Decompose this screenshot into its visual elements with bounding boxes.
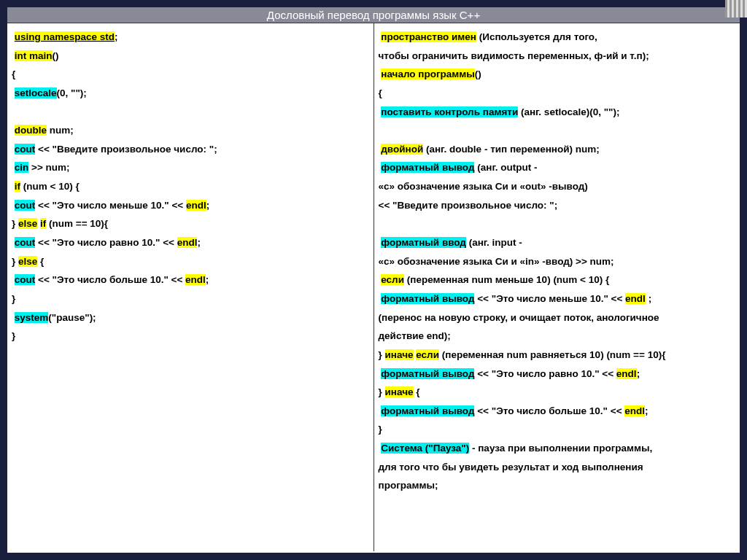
translation-line: чтобы ограничить видимость переменных, ф… (379, 47, 736, 66)
code-fragment: (анг. setlocale)(0, ""); (518, 106, 619, 117)
code-fragment: >> num; (28, 162, 69, 173)
translation-line: действие end); (379, 327, 736, 346)
translation-line: } иначе если (переменная num равняеться … (379, 346, 736, 365)
translation-line: пространство имен (Используется для того… (379, 28, 736, 47)
code-fragment: - пауза при выполнении программы, (469, 443, 652, 454)
code-fragment: endl (625, 293, 646, 304)
translation-line: (перенос на новую строку, и очищает пото… (379, 308, 736, 327)
code-line: { (12, 65, 369, 84)
code-fragment: if (15, 181, 20, 192)
code-fragment: (переменная num меньше 10) (num < 10) { (404, 274, 609, 285)
translation-line: программы; (379, 476, 736, 495)
code-line: if (num < 10) { (12, 177, 369, 196)
code-fragment: cout (15, 200, 36, 211)
code-fragment: cout (15, 144, 36, 155)
code-fragment: () (475, 69, 481, 79)
code-fragment: двойной (381, 144, 423, 155)
code-fragment: ; (206, 200, 210, 211)
code-fragment: форматный вывод (381, 162, 474, 173)
translation-line: форматный вывод << "Это число больше 10.… (379, 402, 736, 421)
code-fragment: (анг. double - тип переменной) num; (423, 144, 600, 155)
code-fragment: { (414, 386, 420, 397)
code-fragment: ; (637, 368, 640, 379)
code-line: using namespace std; (12, 28, 369, 47)
translation-line: } иначе { (379, 383, 736, 402)
code-fragment: ; (645, 405, 649, 416)
code-fragment: «с» обозначение языка Си и «in» -ввод) >… (379, 256, 614, 267)
code-line: cout << "Введите произвольное число: "; (12, 140, 369, 159)
code-fragment: cout (15, 237, 36, 248)
code-fragment: << "Введите произвольное число: "; (379, 200, 558, 211)
code-fragment: () (53, 50, 59, 61)
code-fragment: (анг. input - (466, 237, 522, 248)
code-fragment (379, 218, 382, 229)
translation-line: двойной (анг. double - тип переменной) n… (379, 140, 736, 159)
translation-line: форматный ввод (анг. input - (379, 233, 736, 252)
code-fragment: (num < 10) { (20, 181, 80, 192)
code-fragment: endl (185, 274, 206, 285)
code-fragment: << "Это число меньше 10." << (35, 200, 186, 211)
left-column-code: using namespace std; int main(){ setloca… (7, 23, 374, 551)
code-fragment: } (12, 256, 18, 267)
code-fragment: Система ("Пауза") (381, 443, 469, 454)
code-fragment (12, 106, 15, 117)
translation-line: для того что бы увидеть результат и ход … (379, 458, 736, 477)
translation-line: << "Введите произвольное число: "; (379, 196, 736, 215)
code-fragment: { (37, 256, 44, 267)
code-line: } (12, 289, 369, 308)
code-fragment: } (12, 293, 15, 304)
translation-line: { (379, 84, 736, 103)
code-fragment: если (416, 349, 439, 360)
code-fragment: num; (47, 125, 74, 136)
code-fragment: endl (177, 237, 198, 248)
code-fragment: (переменная num равняеться 10) (num == 1… (439, 349, 665, 360)
code-fragment: endl (624, 405, 645, 416)
code-fragment: (Используется для того, (476, 31, 597, 42)
code-fragment: действие end); (379, 330, 451, 341)
translation-line: «с» обозначение языка Си и «in» -ввод) >… (379, 252, 736, 271)
code-fragment: } (379, 424, 382, 435)
code-line (12, 103, 369, 122)
code-line: } (12, 327, 369, 346)
code-fragment: << "Это число меньше 10." << (474, 293, 625, 304)
code-fragment: << "Это число равно 10." << (474, 368, 616, 379)
code-fragment: пространство имен (381, 31, 476, 42)
translation-line (379, 214, 736, 233)
code-fragment: если (381, 274, 404, 285)
translation-line: форматный вывод << "Это число равно 10."… (379, 365, 736, 384)
code-fragment: ; (115, 31, 118, 42)
code-line: double num; (12, 121, 369, 140)
code-fragment: форматный вывод (381, 405, 474, 416)
code-fragment: system (15, 312, 49, 323)
code-line: cout << "Это число больше 10." << endl; (12, 271, 369, 289)
translation-line: начало программы() (379, 65, 736, 84)
code-fragment: cin (15, 162, 29, 173)
code-fragment: форматный вывод (381, 293, 474, 304)
translation-line: форматный вывод (анг. output - (379, 158, 736, 177)
translation-line (379, 121, 736, 140)
two-column-layout: using namespace std; int main(){ setloca… (7, 23, 740, 551)
code-line: cout << "Это число меньше 10." << endl; (12, 196, 369, 215)
code-fragment: ("pause"); (48, 312, 96, 323)
code-fragment: { (379, 88, 382, 98)
code-fragment: endl (616, 368, 637, 379)
code-fragment: ; (206, 274, 209, 285)
translation-line: Система ("Пауза") - пауза при выполнении… (379, 439, 736, 458)
code-line: system("pause"); (12, 308, 369, 327)
code-fragment: программы; (379, 480, 438, 491)
translation-line: если (переменная num меньше 10) (num < 1… (379, 271, 736, 289)
code-fragment: << "Это число больше 10." << (474, 405, 624, 416)
code-fragment: форматный вывод (381, 368, 474, 379)
code-fragment: << "Введите произвольное число: "; (35, 144, 217, 155)
code-fragment: форматный ввод (381, 237, 466, 248)
code-fragment: поставить контроль памяти (381, 106, 518, 117)
code-line: cout << "Это число равно 10." << endl; (12, 233, 369, 252)
code-fragment: endl (186, 200, 206, 211)
code-fragment: начало программы (381, 69, 475, 79)
code-fragment: using namespace std (15, 31, 115, 42)
code-fragment: } (12, 330, 15, 341)
code-fragment: чтобы ограничить видимость переменных, ф… (379, 50, 649, 61)
code-line: setlocale(0, ""); (12, 84, 369, 103)
code-fragment: << "Это число равно 10." << (35, 237, 177, 248)
code-fragment: (перенос на новую строку, и очищает пото… (379, 312, 659, 323)
